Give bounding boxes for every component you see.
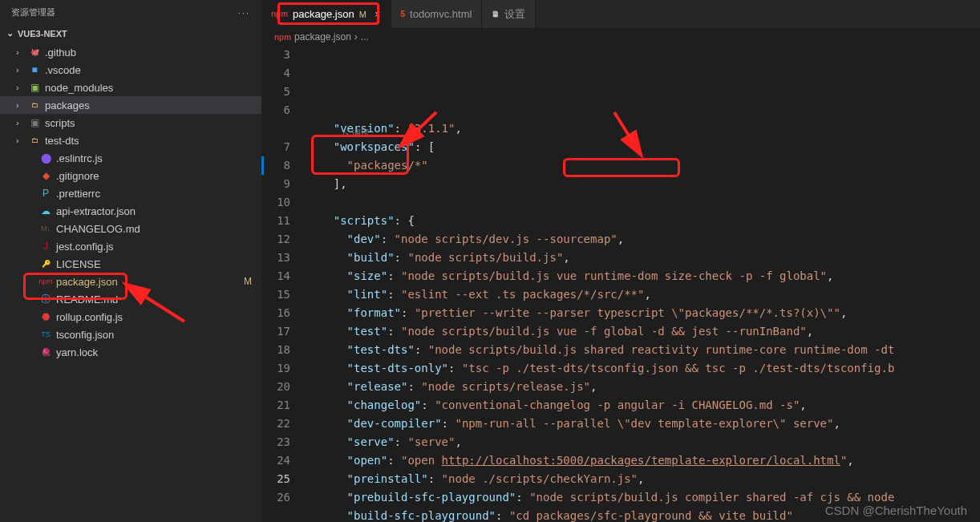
file-icon: 🐙 <box>27 48 42 56</box>
code-line-13[interactable]: "test": "node scripts/build.js vue -f gl… <box>306 322 980 341</box>
code-line-9[interactable]: "build": "node scripts/build.js", <box>306 249 980 267</box>
tree-item-yarn-lock[interactable]: 🧶yarn.lock <box>0 343 261 361</box>
file-label: rollup.config.js <box>56 311 261 323</box>
close-icon[interactable]: × <box>375 8 381 20</box>
tab-icon: 🗎 <box>492 10 500 18</box>
tree-item-CHANGELOG-md[interactable]: M↓CHANGELOG.md <box>0 220 261 237</box>
file-label: scripts <box>45 117 261 129</box>
file-label: .github <box>45 47 261 59</box>
code-line-7[interactable]: "scripts": { <box>306 212 980 230</box>
tab-icon: 5 <box>401 10 406 18</box>
file-icon: ▣ <box>27 117 42 128</box>
tree-item-test-dts[interactable]: ›🗀test-dts <box>0 132 261 149</box>
file-icon: M↓ <box>38 225 53 233</box>
code-line-11[interactable]: "lint": "eslint --ext .ts packages/*/src… <box>306 285 980 304</box>
code-line-18[interactable]: "dev-compiler": "npm-run-all --parallel … <box>306 415 980 433</box>
code-line-15[interactable]: "test-dts-only": "tsc -p ./test-dts/tsco… <box>306 359 980 378</box>
npm-icon: npm <box>274 33 291 42</box>
code-line-21[interactable]: "preinstall": "node ./scripts/checkYarn.… <box>306 470 980 488</box>
tree-item--gitignore[interactable]: ◆.gitignore <box>0 167 261 184</box>
file-label: packages <box>45 99 261 111</box>
tree-item-packages[interactable]: ›🗀packages <box>0 96 261 114</box>
tab-label: package.json <box>293 8 354 20</box>
tree-item-package-json[interactable]: npmpackage.jsonM <box>0 273 261 290</box>
file-icon: ⓘ <box>38 293 53 306</box>
code-line-16[interactable]: "release": "node scripts/release.js", <box>306 378 980 396</box>
chevron-icon: › <box>16 65 27 75</box>
file-label: README.md <box>56 293 261 306</box>
tree-item-LICENSE[interactable]: 🔑LICENSE <box>0 255 261 273</box>
tree-item--eslintrc-js[interactable]: ⬤.eslintrc.js <box>0 149 261 167</box>
tab-todomvc-html[interactable]: 5todomvc.html <box>391 0 483 28</box>
chevron-icon: › <box>16 118 27 127</box>
project-root[interactable]: ⌄ VUE3-NEXT <box>0 25 261 42</box>
tab-package-json[interactable]: npmpackage.jsonM× <box>261 0 391 28</box>
file-icon: npm <box>38 277 53 285</box>
tree-item-api-extractor-json[interactable]: ☁api-extractor.json <box>0 202 261 220</box>
code-line-14[interactable]: "test-dts": "node scripts/build.js share… <box>306 341 980 359</box>
chevron-icon: › <box>16 83 27 92</box>
chevron-icon: › <box>16 47 27 57</box>
modified-marker <box>261 156 264 175</box>
code-line-8[interactable]: "dev": "node scripts/dev.js --sourcemap"… <box>306 230 980 249</box>
file-label: yarn.lock <box>56 346 261 358</box>
file-label: CHANGELOG.md <box>56 223 261 235</box>
breadcrumb-sep: › <box>354 31 358 42</box>
file-tree: ›🐙.github›■.vscode›▣node_modules›🗀packag… <box>0 42 261 522</box>
code-editor[interactable]: 3456789101112131415161718192021222324252… <box>261 46 980 522</box>
file-label: .vscode <box>45 64 261 76</box>
tree-item-README-md[interactable]: ⓘREADME.md <box>0 290 261 308</box>
file-icon: ⬤ <box>38 152 53 164</box>
code-line-4[interactable]: "workspaces": [ <box>306 138 980 156</box>
tree-item-rollup-config-js[interactable]: ⬣rollup.config.js <box>0 308 261 326</box>
tree-item--github[interactable]: ›🐙.github <box>0 43 261 61</box>
file-icon: J <box>38 241 53 252</box>
explorer-sidebar: 资源管理器 ··· ⌄ VUE3-NEXT ›🐙.github›■.vscode… <box>0 0 261 522</box>
code-line-6[interactable]: ], <box>306 175 980 193</box>
code-content[interactable]: ▷ 调试 "version": "3.1.1", "workspaces": [… <box>306 46 980 522</box>
code-line-17[interactable]: "changelog": "conventional-changelog -p … <box>306 396 980 415</box>
code-line-20[interactable]: "open": "open http://localhost:5000/pack… <box>306 451 980 470</box>
file-icon: TS <box>38 330 53 338</box>
file-label: node_modules <box>45 82 261 94</box>
explorer-title: 资源管理器 <box>11 6 55 18</box>
code-line-19[interactable]: "serve": "serve", <box>306 433 980 451</box>
file-icon: ▣ <box>27 82 42 93</box>
editor-tabs: npmpackage.jsonM×5todomvc.html🗎设置 <box>261 0 980 28</box>
file-icon: 🧶 <box>38 348 53 356</box>
tree-item--vscode[interactable]: ›■.vscode <box>0 61 261 79</box>
tree-item-jest-config-js[interactable]: Jjest.config.js <box>0 237 261 255</box>
play-icon: ▷ <box>343 124 349 143</box>
editor-area: npmpackage.jsonM×5todomvc.html🗎设置 npm pa… <box>261 0 980 522</box>
code-line-12[interactable]: "format": "prettier --write --parser typ… <box>306 304 980 322</box>
tree-item-node_modules[interactable]: ›▣node_modules <box>0 79 261 96</box>
breadcrumb-more: ... <box>361 31 369 42</box>
breadcrumb[interactable]: npm package.json › ... <box>261 28 980 46</box>
tree-item--prettierrc[interactable]: P.prettierrc <box>0 184 261 202</box>
file-label: tsconfig.json <box>56 329 261 341</box>
tab-label: todomvc.html <box>410 8 472 20</box>
watermark: CSDN @CherishTheYouth <box>825 504 967 517</box>
code-line-10[interactable]: "size": "node scripts/build.js vue runti… <box>306 267 980 285</box>
file-icon: ■ <box>27 64 42 75</box>
more-actions-icon[interactable]: ··· <box>238 8 250 18</box>
tree-item-tsconfig-json[interactable]: TStsconfig.json <box>0 326 261 343</box>
code-line-5[interactable]: "packages/*" <box>306 156 980 175</box>
file-label: api-extractor.json <box>56 205 261 217</box>
app-root: 资源管理器 ··· ⌄ VUE3-NEXT ›🐙.github›■.vscode… <box>0 0 980 522</box>
project-name: VUE3-NEXT <box>18 29 67 38</box>
modified-indicator: M <box>359 10 366 19</box>
chevron-down-icon: ⌄ <box>6 28 18 38</box>
file-icon: 🗀 <box>27 136 42 144</box>
file-icon: ☁ <box>38 205 53 216</box>
breadcrumb-file: package.json <box>294 31 351 42</box>
tab-设置[interactable]: 🗎设置 <box>482 0 536 28</box>
tab-icon: npm <box>271 10 288 18</box>
file-icon: P <box>38 188 53 199</box>
file-icon: ◆ <box>38 170 53 181</box>
code-line-3[interactable]: "version": "3.1.1", <box>306 119 980 138</box>
tree-item-scripts[interactable]: ›▣scripts <box>0 114 261 132</box>
debug-codelens[interactable]: ▷ 调试 <box>343 124 370 143</box>
file-icon: 🔑 <box>38 260 53 268</box>
explorer-header: 资源管理器 ··· <box>0 0 261 25</box>
